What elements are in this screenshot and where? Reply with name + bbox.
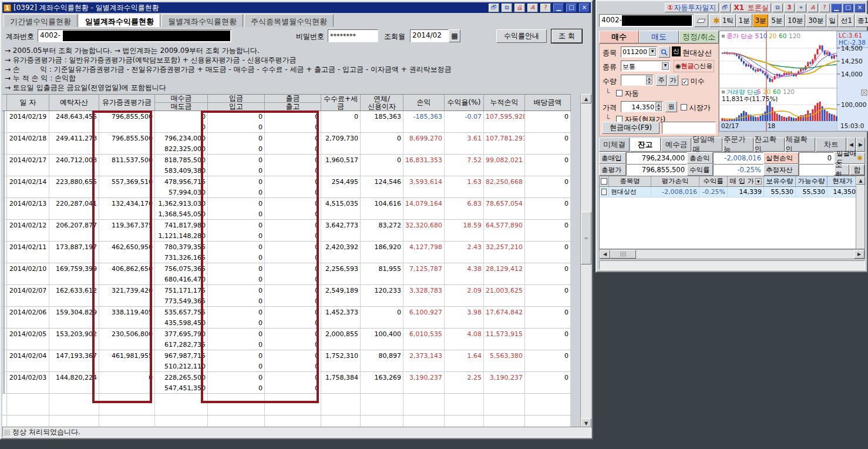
- tab-체결확인[interactable]: 체결확인: [785, 138, 816, 152]
- cascade-icon[interactable]: ⧉: [502, 4, 512, 12]
- period-10분[interactable]: 10분: [785, 14, 805, 27]
- column-header[interactable]: 누적손익: [484, 95, 525, 110]
- quantity-stepper[interactable]: ▲▼: [621, 75, 654, 86]
- table-row[interactable]: 2014/02/07162,633,612321,739,420751,171,…: [2, 285, 571, 307]
- period-5분[interactable]: 5분: [769, 14, 785, 27]
- password-field[interactable]: ********: [328, 29, 378, 42]
- account-field[interactable]: 4002-: [599, 14, 693, 27]
- period-1틱[interactable]: 1틱: [720, 14, 736, 27]
- minimize-button[interactable]: ▁: [831, 4, 842, 12]
- period-30분[interactable]: 30분: [806, 14, 826, 27]
- select-all-checkbox[interactable]: [600, 176, 609, 186]
- table-row[interactable]: 2014/02/12206,207,877119,367,375741,817,…: [2, 220, 571, 242]
- tab-잔고확인[interactable]: 잔고확인: [754, 138, 785, 152]
- holdings-horizontal-scrollbar[interactable]: ◀ |||| ▶: [599, 249, 865, 259]
- left-title-bar[interactable]: 1 [0392] 계좌수익률현황 - 일별계좌수익률현황 🗗 ⧉ 🖨 A ? ▁…: [2, 2, 591, 13]
- maximize-button[interactable]: □: [843, 4, 853, 12]
- period-선1[interactable]: 선1: [839, 14, 854, 27]
- table-row[interactable]: 2014/02/11173,887,197462,650,950780,379,…: [2, 242, 571, 263]
- holdings-header[interactable]: 현재가: [827, 176, 858, 186]
- forum-button[interactable]: X1 토론실: [732, 3, 771, 12]
- help-icon[interactable]: ?: [819, 4, 830, 12]
- minimize-button[interactable]: ▁: [553, 4, 564, 12]
- table-row[interactable]: 2014/02/14223,880,655557,369,510478,956,…: [2, 176, 571, 198]
- table-row[interactable]: 2014/02/06159,304,829338,119,405535,657,…: [2, 307, 571, 329]
- order-amount-field[interactable]: [662, 122, 716, 134]
- search-icon[interactable]: [658, 46, 670, 58]
- unit-price-button[interactable]: 가: [668, 75, 678, 86]
- close-button[interactable]: ×: [579, 4, 590, 12]
- scroll-thumb[interactable]: ≡: [581, 212, 591, 264]
- query-button[interactable]: 조 회: [551, 29, 582, 43]
- period-1분[interactable]: 1분: [736, 14, 752, 27]
- tab-미체결[interactable]: 미체결: [599, 138, 630, 152]
- column-header[interactable]: 배당금액: [525, 95, 571, 110]
- unit-share-button[interactable]: 주: [656, 75, 667, 86]
- table-row[interactable]: 2014/02/19248,643,455796,855,50000000001…: [2, 111, 571, 133]
- maximize-button[interactable]: □: [566, 4, 577, 12]
- account-field[interactable]: 4002-: [38, 29, 231, 42]
- tab-주문가능[interactable]: 주문가능: [723, 138, 753, 152]
- table-row[interactable]: 2014/02/03144,820,2240228,265,500547,451…: [2, 372, 571, 394]
- cash-radio[interactable]: ◉현금: [675, 62, 694, 70]
- tab-예수금[interactable]: 예수금: [661, 138, 692, 152]
- table-row[interactable]: 2014/02/13220,287,041132,434,1701,362,91…: [2, 198, 571, 220]
- scroll-up-icon[interactable]: ▲: [856, 176, 865, 185]
- column-header[interactable]: 입금입고: [208, 95, 265, 110]
- tab-당일매매[interactable]: 당일매매: [692, 138, 722, 152]
- chevron-down-icon[interactable]: ▼: [649, 48, 656, 56]
- restore-window-icon[interactable]: 🗗: [489, 4, 499, 12]
- table-vertical-scrollbar[interactable]: ▲ ≡ ▼: [580, 94, 591, 428]
- tab-scroll-right-icon[interactable]: ▶: [856, 138, 865, 152]
- sum-button[interactable]: 합: [850, 165, 864, 175]
- help-icon[interactable]: ?: [540, 4, 551, 12]
- scroll-up-icon[interactable]: ▲: [581, 94, 591, 103]
- table-row[interactable]: 2014/02/17240,712,008811,537,500818,785,…: [2, 155, 571, 176]
- price-stepper[interactable]: 14,350▲▼: [621, 101, 663, 112]
- column-header[interactable]: 유가증권평가금: [99, 95, 155, 110]
- order-tab-1[interactable]: 매도: [639, 31, 679, 43]
- holdings-header[interactable]: 평가손익: [651, 176, 699, 186]
- font-icon[interactable]: A: [527, 4, 538, 12]
- stock-code-combo[interactable]: 011200▼: [621, 46, 657, 58]
- column-header[interactable]: 연체/신용이자: [361, 95, 403, 110]
- holdings-header[interactable]: 수익률: [699, 176, 728, 186]
- gear-icon[interactable]: ✱: [857, 154, 863, 162]
- print-icon[interactable]: 🖨: [514, 4, 525, 12]
- scroll-thumb[interactable]: ||||: [610, 250, 636, 259]
- tab-3[interactable]: 주식종목별월수익현황: [244, 14, 334, 27]
- misu-checkbox[interactable]: ✓ 미수: [682, 76, 705, 86]
- holdings-row[interactable]: 현대상선-2,008,016-0.25%14,33955,53055,53014…: [600, 187, 864, 197]
- period-3분[interactable]: 3분: [753, 14, 769, 27]
- tab-2[interactable]: 월별계좌수익률현황: [162, 14, 243, 27]
- query-month-field[interactable]: 2014/02: [410, 29, 449, 42]
- holdings-header[interactable]: 종목명: [609, 176, 651, 186]
- order-tab-2[interactable]: 정정/취소: [679, 31, 719, 43]
- auto-qty-checkbox[interactable]: 자동: [616, 89, 639, 99]
- order-type-select[interactable]: 보통▼: [621, 61, 670, 72]
- chevron-down-icon[interactable]: ▼: [662, 62, 669, 70]
- cascade-icon[interactable]: ⧉: [772, 4, 783, 12]
- calendar-icon[interactable]: ▦: [449, 29, 460, 42]
- candlestick-chart[interactable]: 종가 단순 5102060120거래량 단순5206012011,831주(11…: [719, 31, 868, 131]
- restore-window-icon[interactable]: 🗗: [720, 4, 731, 12]
- column-header[interactable]: 수익율(%): [445, 95, 484, 110]
- table-row[interactable]: 2014/02/04147,193,367461,981,955967,987,…: [2, 350, 571, 372]
- holdings-header[interactable]: 매 입 가▼: [728, 176, 764, 186]
- row-checkbox[interactable]: [600, 187, 609, 197]
- won-button[interactable]: 원: [665, 101, 677, 112]
- table-row[interactable]: 2014/02/10169,759,399406,862,650756,075,…: [2, 263, 571, 285]
- font-icon[interactable]: A: [808, 4, 818, 12]
- auto-journal-button[interactable]: ①자동투자일지: [665, 3, 718, 12]
- sort-icon[interactable]: ▼: [755, 178, 762, 185]
- count-button[interactable]: 3: [784, 4, 795, 12]
- scroll-right-icon[interactable]: ▶: [854, 250, 864, 259]
- column-header[interactable]: 손익: [403, 95, 445, 110]
- holdings-vertical-scrollbar[interactable]: ▲: [856, 176, 864, 249]
- close-button[interactable]: ×: [854, 4, 865, 12]
- holdings-query-button[interactable]: 조회: [835, 165, 849, 175]
- tab-1[interactable]: 일별계좌수익률현황: [79, 14, 160, 27]
- period-일[interactable]: 일: [827, 14, 839, 27]
- column-header[interactable]: 출금출고: [265, 95, 321, 110]
- pin-icon[interactable]: ⌖: [796, 4, 806, 12]
